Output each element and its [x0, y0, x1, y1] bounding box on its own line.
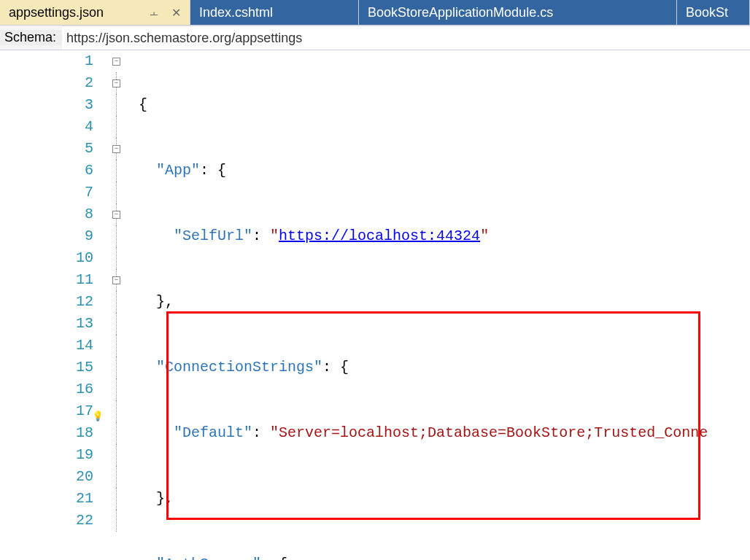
line-number: 9 — [85, 225, 93, 247]
code-text: }, — [156, 490, 174, 507]
code-text: : — [261, 556, 279, 560]
tab-label: BookSt — [686, 5, 728, 20]
tab-bar: appsettings.json ⫠ ✕ Index.cshtml BookSt… — [0, 0, 750, 26]
tab-label: BookStoreApplicationModule.cs — [368, 5, 553, 20]
line-number: 5 — [85, 138, 93, 160]
line-number: 10 — [76, 247, 93, 269]
fold-toggle[interactable]: − — [112, 79, 120, 88]
code-text: { — [279, 556, 287, 560]
line-number: 20 — [76, 466, 93, 488]
line-number: 19 — [76, 444, 93, 466]
url-link[interactable]: https://localhost:44324 — [279, 228, 480, 244]
line-number: 21 — [76, 488, 93, 510]
tab-label: Index.cshtml — [199, 5, 273, 20]
line-number: 4 — [85, 116, 93, 138]
code-text: "Default" — [174, 424, 252, 441]
line-number: 1 — [85, 50, 93, 72]
fold-toggle[interactable]: − — [112, 211, 120, 219]
code-text: { — [139, 96, 147, 113]
line-number: 18 — [76, 422, 93, 444]
code-text: "Server=localhost;Database=BookStore;Tru… — [270, 424, 708, 441]
tab-index[interactable]: Index.cshtml — [190, 0, 359, 25]
code-text: : — [322, 359, 340, 376]
line-number: 22 — [76, 510, 93, 532]
code-text: : — [252, 424, 270, 441]
line-number: 14 — [76, 335, 93, 357]
line-number-gutter: 1 2 3 4 5 6 7 8 9 10 11 12 13 14 15 16 1… — [0, 50, 101, 560]
tab-appsettings[interactable]: appsettings.json ⫠ ✕ — [0, 0, 190, 25]
tab-label: appsettings.json — [9, 5, 104, 20]
schema-input[interactable]: https://json.schemastore.org/appsettings — [62, 26, 750, 50]
code-text: "ConnectionStrings" — [156, 359, 322, 376]
code-text: " — [270, 228, 279, 244]
code-text: "App" — [156, 162, 200, 179]
schema-bar: Schema: https://json.schemastore.org/app… — [0, 26, 750, 50]
code-text: "AuthServer" — [156, 556, 261, 560]
schema-label: Schema: — [0, 30, 62, 45]
fold-toggle[interactable]: − — [112, 145, 120, 153]
tab-bookstore-module[interactable]: BookStoreApplicationModule.cs — [359, 0, 677, 25]
line-number: 6 — [85, 160, 93, 182]
line-number: 8 — [85, 203, 93, 225]
line-number: 17 — [76, 400, 93, 422]
line-number: 7 — [85, 182, 93, 203]
line-number: 11 — [76, 269, 93, 291]
code-text: { — [217, 162, 226, 179]
fold-toggle[interactable]: − — [112, 276, 120, 284]
code-text: : — [200, 162, 217, 179]
code-text: : — [252, 228, 270, 244]
line-number: 3 — [85, 94, 93, 116]
line-number: 16 — [76, 378, 93, 400]
fold-toggle[interactable]: − — [112, 58, 120, 66]
tab-bookstore-partial[interactable]: BookSt — [677, 0, 750, 25]
fold-gutter: − − − − − — [101, 50, 139, 560]
line-number: 2 — [85, 72, 93, 94]
code-text: { — [340, 359, 349, 376]
code-area[interactable]: { "App": { "SelfUrl": "https://localhost… — [139, 50, 750, 560]
line-number: 15 — [76, 357, 93, 378]
code-editor[interactable]: 1 2 3 4 5 6 7 8 9 10 11 12 13 14 15 16 1… — [0, 50, 750, 560]
line-number: 13 — [76, 313, 93, 335]
pin-icon[interactable]: ⫠ — [148, 5, 161, 20]
code-text: " — [480, 228, 489, 244]
code-text: "SelfUrl" — [174, 228, 252, 244]
line-number: 12 — [76, 291, 93, 313]
code-text: }, — [156, 293, 174, 310]
close-icon[interactable]: ✕ — [171, 6, 181, 20]
